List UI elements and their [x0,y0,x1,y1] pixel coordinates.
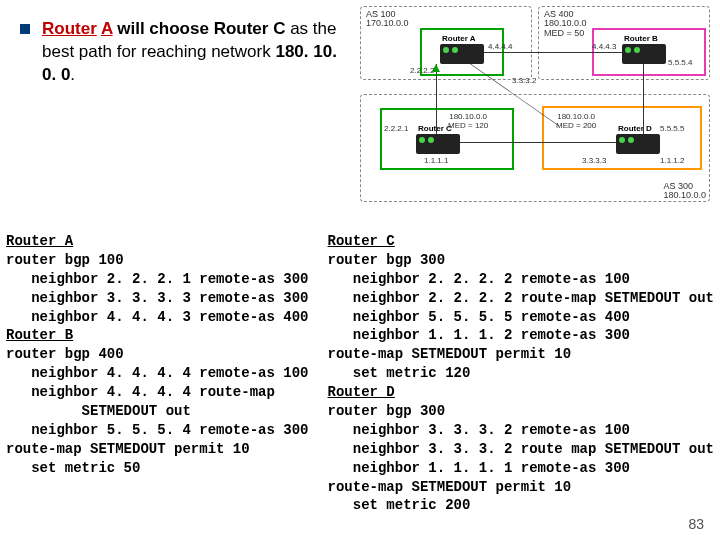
lc-l9: neighbor 5. 5. 5. 4 remote-as 300 [6,422,308,438]
ip-cd: 1.1.1.2 [660,156,684,165]
bullet-square-icon [20,24,30,34]
link-ab [484,52,622,53]
ip-a-right: 4.4.4.4 [488,42,512,51]
topology-diagram: AS 100 170.10.0.0 AS 400 180.10.0.0 MED … [360,6,710,204]
ip-a-left: 2.2.2.2 [410,66,434,75]
med-c-label: 180.10.0.0 MED = 120 [448,112,488,130]
ip-c-left: 2.2.2.1 [384,124,408,133]
router-c-label: Router C [214,19,286,38]
rc-l13: set metric 200 [328,497,471,513]
as100-label: AS 100 170.10.0.0 [366,10,409,29]
ip-d-right: 5.5.5.5 [660,124,684,133]
config-columns: Router A router bgp 100 neighbor 2. 2. 2… [6,232,714,518]
lc-l3: neighbor 3. 3. 3. 3 remote-as 300 [6,290,308,306]
lc-l8: SETMEDOUT out [6,403,191,419]
rc-l9: neighbor 3. 3. 3. 2 remote-as 100 [328,422,630,438]
lc-l7: neighbor 4. 4. 4. 4 route-map [6,384,275,400]
bullet-row: Router A will choose Router C as the bes… [20,18,350,87]
right-h1: Router C [328,233,395,249]
router-b-name: Router B [624,34,658,43]
as300-label: AS 300 180.10.0.0 [663,182,706,201]
bullet-period: . [70,65,75,84]
rc-l3: neighbor 2. 2. 2. 2 route-map SETMEDOUT … [328,290,714,306]
left-config-col: Router A router bgp 100 neighbor 2. 2. 2… [6,232,320,518]
router-d-icon [616,134,660,154]
ip-b-left: 4.4.4.3 [592,42,616,51]
link-ac [436,64,437,134]
ip-b-right: 5.5.5.4 [668,58,692,67]
link-bd [643,64,644,134]
router-a-name: Router A [442,34,475,43]
rc-l2: neighbor 2. 2. 2. 2 remote-as 100 [328,271,630,287]
left-h2: Router B [6,327,73,343]
lc-l4: neighbor 4. 4. 4. 3 remote-as 400 [6,309,308,325]
rc-l8: router bgp 300 [328,403,446,419]
router-a-letter: A [101,19,113,38]
rc-l4: neighbor 5. 5. 5. 5 remote-as 400 [328,309,630,325]
rc-l7: set metric 120 [328,365,471,381]
bullet-frag-2: will choose [113,19,214,38]
page-number: 83 [688,516,704,532]
ip-d-left: 3.3.3.3 [582,156,606,165]
right-h2: Router D [328,384,395,400]
router-c-name: Router C [418,124,452,133]
as400-label: AS 400 180.10.0.0 MED = 50 [544,10,587,38]
rc-l11: neighbor 1. 1. 1. 1 remote-as 300 [328,460,630,476]
link-cd [460,142,616,143]
rc-l10: neighbor 3. 3. 3. 2 route map SETMEDOUT … [328,441,714,457]
lc-l11: set metric 50 [6,460,140,476]
ip-c-below: 1.1.1.1 [424,156,448,165]
router-d-name: Router D [618,124,652,133]
router-c-icon [416,134,460,154]
router-a-icon [440,44,484,64]
router-b-icon [622,44,666,64]
left-h1: Router A [6,233,73,249]
router-a-label: Router [42,19,97,38]
med-d-label: 180.10.0.0 MED = 200 [556,112,596,130]
lc-l2: neighbor 2. 2. 2. 1 remote-as 300 [6,271,308,287]
rc-l5: neighbor 1. 1. 1. 2 remote-as 300 [328,327,630,343]
rc-l6: route-map SETMEDOUT permit 10 [328,346,572,362]
lc-l6: neighbor 4. 4. 4. 4 remote-as 100 [6,365,308,381]
bullet-text: Router A will choose Router C as the bes… [42,18,350,87]
right-config-col: Router C router bgp 300 neighbor 2. 2. 2… [328,232,714,518]
lc-l1: router bgp 100 [6,252,124,268]
rc-l1: router bgp 300 [328,252,446,268]
lc-l5: router bgp 400 [6,346,124,362]
lc-l10: route-map SETMEDOUT permit 10 [6,441,250,457]
ip-link-ad: 3.3.3.2 [512,76,536,85]
rc-l12: route-map SETMEDOUT permit 10 [328,479,572,495]
